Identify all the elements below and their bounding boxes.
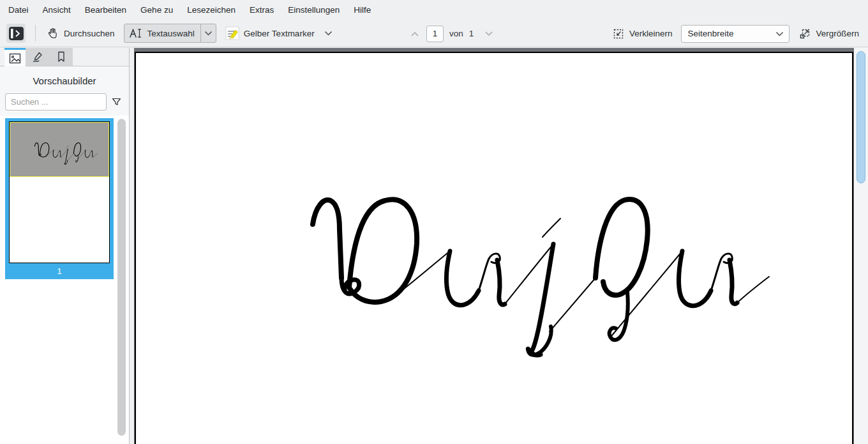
filter-button[interactable] <box>108 94 125 111</box>
toolbar-separator <box>35 25 36 42</box>
thumbnails-icon <box>9 53 21 64</box>
browse-tool[interactable]: Durchsuchen <box>47 27 115 40</box>
thumbnail-search-row <box>5 93 125 111</box>
thumbnail-viewport-marker[interactable] <box>10 122 109 177</box>
sidebar-tabbar <box>0 48 129 66</box>
sidebar-toggle-button[interactable] <box>6 24 26 43</box>
browse-tool-label: Durchsuchen <box>64 29 115 38</box>
highlighter-icon <box>225 26 239 40</box>
thumbnail-page-1[interactable]: 1 <box>5 118 114 279</box>
menu-lesezeichen[interactable]: Lesezeichen <box>180 0 243 20</box>
bookmark-icon <box>56 51 66 63</box>
tab-bookmarks[interactable] <box>49 48 73 66</box>
zoom-in-label: Vergrößern <box>816 29 859 38</box>
highlighter-dropdown[interactable] <box>324 31 333 36</box>
thumbnail-scrollbar[interactable] <box>117 119 126 440</box>
document-page[interactable] <box>135 52 853 444</box>
thumbnail-page-number: 1 <box>5 263 114 279</box>
menu-bearbeiten[interactable]: Bearbeiten <box>78 0 133 20</box>
page-total: 1 <box>469 29 474 38</box>
zoom-mode-value: Seitenbreite <box>687 29 733 38</box>
sidebar-panel: Vorschaubilder 1 <box>0 48 130 444</box>
zoom-out-icon <box>612 27 625 40</box>
thumbnail-script-word <box>10 123 109 176</box>
thumbnail-scrollbar-thumb[interactable] <box>117 119 126 436</box>
text-selection-tool[interactable]: Textauswahl <box>124 24 216 43</box>
document-scrollbar-thumb[interactable] <box>857 51 865 183</box>
page-of-label: von <box>449 29 463 38</box>
zoom-mode-combobox[interactable]: Seitenbreite <box>681 25 789 43</box>
filter-funnel-icon <box>111 96 122 107</box>
zoom-controls: Verkleinern Seitenbreite Vergrößern <box>612 20 859 47</box>
menu-extras[interactable]: Extras <box>243 0 281 20</box>
page-number-input[interactable] <box>426 26 444 42</box>
page-down-icon[interactable] <box>483 29 495 38</box>
combobox-chevron-icon <box>775 31 784 36</box>
document-scrollbar[interactable] <box>854 48 868 444</box>
zoom-in-icon <box>798 27 811 40</box>
thumbnail-page-image <box>9 121 110 263</box>
handwritten-script-word <box>136 53 852 443</box>
highlighter-label: Gelber Textmarker <box>244 29 315 38</box>
annotation-pen-icon <box>31 51 44 63</box>
menubar: Datei Ansicht Bearbeiten Gehe zu Lesezei… <box>0 0 868 20</box>
tab-thumbnails[interactable] <box>4 48 26 66</box>
search-input[interactable] <box>5 93 107 111</box>
page-navigation: von 1 <box>409 20 495 47</box>
tab-annotations[interactable] <box>26 48 49 66</box>
menu-hilfe[interactable]: Hilfe <box>347 0 378 20</box>
menu-datei[interactable]: Datei <box>1 0 36 20</box>
sidebar-title: Vorschaubilder <box>0 75 129 86</box>
zoom-in-button[interactable]: Vergrößern <box>798 27 859 40</box>
text-selection-label: Textauswahl <box>143 29 200 38</box>
menu-gehe-zu[interactable]: Gehe zu <box>133 0 180 20</box>
text-selection-dropdown[interactable] <box>200 24 216 42</box>
sidebar-panel-icon <box>9 27 24 40</box>
zoom-out-label: Verkleinern <box>629 29 673 38</box>
page-up-icon[interactable] <box>409 29 421 38</box>
thumbnail-list: 1 <box>0 116 129 444</box>
menu-ansicht[interactable]: Ansicht <box>36 0 78 20</box>
menu-einstellungen[interactable]: Einstellungen <box>281 0 347 20</box>
text-selection-icon <box>124 27 143 39</box>
main-toolbar: Durchsuchen Textauswahl Gelber Textmarke… <box>0 20 868 47</box>
zoom-out-button[interactable]: Verkleinern <box>612 27 673 40</box>
highlighter-tool[interactable]: Gelber Textmarker <box>225 26 333 40</box>
document-view[interactable] <box>134 48 854 444</box>
hand-icon <box>47 27 59 40</box>
